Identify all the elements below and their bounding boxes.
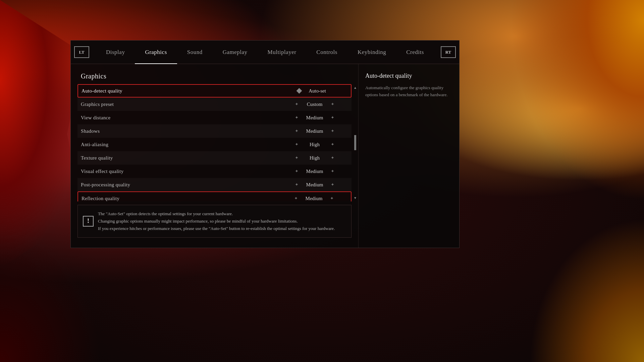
settings-scroll-area: Auto-detect quality Auto-set Graphics pr… [77, 84, 358, 201]
setting-value-texture-quality: ✦ High ✦ [281, 155, 348, 161]
bg-wing-right [510, 0, 644, 201]
scrollbar-up-arrow[interactable]: ▲ [354, 86, 357, 89]
scrollbar-down-arrow[interactable]: ▼ [354, 196, 357, 200]
setting-row-reflection-quality[interactable]: Reflection quality ✦ Medium ✦ [77, 191, 352, 201]
right-arrow-graphics-preset: ✦ [331, 102, 334, 107]
left-arrow-shadows: ✦ [295, 128, 299, 134]
notice-text: The "Auto-Set" option detects the optima… [98, 210, 346, 232]
right-arrow-texture-quality: ✦ [331, 155, 334, 161]
setting-value-post-processing-quality: ✦ Medium ✦ [281, 182, 348, 188]
tab-keybinding[interactable]: Keybinding [347, 41, 396, 64]
bg-bottom-right [510, 194, 644, 362]
setting-row-visual-effect-quality[interactable]: Visual effect quality ✦ Medium ✦ [77, 165, 352, 178]
setting-row-shadows[interactable]: Shadows ✦ Medium ✦ [77, 124, 352, 138]
left-arrow-visual-effect-quality: ✦ [295, 169, 299, 174]
setting-value-auto-detect-quality: Auto-set [280, 88, 347, 94]
setting-name-view-distance: View distance [81, 115, 281, 121]
setting-value-shadows: ✦ Medium ✦ [281, 128, 348, 134]
scrollbar: ▲ ▼ [352, 84, 358, 201]
right-arrow-anti-aliasing: ✦ [331, 142, 334, 147]
setting-row-anti-aliasing[interactable]: Anti-aliasing ✦ High ✦ [77, 138, 352, 151]
setting-name-texture-quality: Texture quality [81, 155, 281, 161]
left-trigger-button[interactable]: LT [74, 46, 89, 58]
settings-panel: LT Display Graphics Sound Gameplay Multi… [70, 40, 460, 248]
right-arrow-post-processing-quality: ✦ [331, 182, 334, 187]
tab-controls[interactable]: Controls [306, 41, 347, 64]
setting-name-reflection-quality: Reflection quality [82, 196, 280, 201]
tab-display[interactable]: Display [96, 41, 135, 64]
left-arrow-view-distance: ✦ [295, 115, 299, 120]
nav-bar: LT Display Graphics Sound Gameplay Multi… [71, 41, 459, 64]
main-content: Graphics Auto-detect quality Auto-set Gr… [71, 64, 459, 248]
setting-value-reflection-quality: ✦ Medium ✦ [280, 196, 347, 201]
right-arrow-view-distance: ✦ [331, 115, 334, 120]
left-arrow-anti-aliasing: ✦ [295, 142, 299, 147]
setting-row-post-processing-quality[interactable]: Post-processing quality ✦ Medium ✦ [77, 178, 352, 191]
settings-list-panel: Graphics Auto-detect quality Auto-set Gr… [71, 64, 359, 248]
info-title: Auto-detect quality [365, 72, 452, 79]
info-description: Automatically configure the graphics qua… [365, 84, 452, 99]
setting-name-post-processing-quality: Post-processing quality [81, 182, 281, 188]
section-title: Graphics [77, 71, 358, 84]
setting-name-anti-aliasing: Anti-aliasing [81, 142, 281, 147]
setting-row-view-distance[interactable]: View distance ✦ Medium ✦ [77, 111, 352, 124]
setting-name-auto-detect-quality: Auto-detect quality [82, 88, 280, 94]
setting-name-visual-effect-quality: Visual effect quality [81, 169, 281, 174]
setting-row-texture-quality[interactable]: Texture quality ✦ High ✦ [77, 151, 352, 165]
setting-name-graphics-preset: Graphics preset [81, 102, 281, 107]
right-arrow-visual-effect-quality: ✦ [331, 169, 334, 174]
setting-value-view-distance: ✦ Medium ✦ [281, 115, 348, 121]
right-trigger-button[interactable]: RT [441, 46, 456, 58]
warning-icon: ! [83, 216, 94, 227]
tab-multiplayer[interactable]: Multiplayer [258, 41, 307, 64]
left-arrow-texture-quality: ✦ [295, 155, 299, 161]
tab-gameplay[interactable]: Gameplay [213, 41, 258, 64]
setting-row-auto-detect-quality[interactable]: Auto-detect quality Auto-set [77, 84, 352, 98]
right-arrow-reflection-quality: ✦ [330, 196, 334, 201]
tab-sound[interactable]: Sound [177, 41, 213, 64]
left-arrow-reflection-quality: ✦ [294, 196, 298, 201]
bg-bottom-left [0, 228, 101, 362]
tab-credits[interactable]: Credits [396, 41, 434, 64]
setting-value-anti-aliasing: ✦ High ✦ [281, 142, 348, 147]
left-arrow-post-processing-quality: ✦ [295, 182, 299, 187]
setting-row-graphics-preset[interactable]: Graphics preset ✦ Custom ✦ [77, 98, 352, 111]
diamond-icon [297, 88, 302, 94]
setting-name-shadows: Shadows [81, 128, 281, 134]
notice-box: ! The "Auto-Set" option detects the opti… [77, 205, 352, 238]
scrollbar-thumb[interactable] [354, 135, 356, 150]
right-arrow-shadows: ✦ [331, 128, 334, 134]
left-arrow-graphics-preset: ✦ [295, 102, 299, 107]
nav-tabs: Display Graphics Sound Gameplay Multipla… [96, 41, 434, 64]
info-panel: Auto-detect quality Automatically config… [359, 64, 459, 248]
setting-value-visual-effect-quality: ✦ Medium ✦ [281, 169, 348, 174]
setting-value-graphics-preset: ✦ Custom ✦ [281, 102, 348, 107]
tab-graphics[interactable]: Graphics [135, 41, 177, 64]
